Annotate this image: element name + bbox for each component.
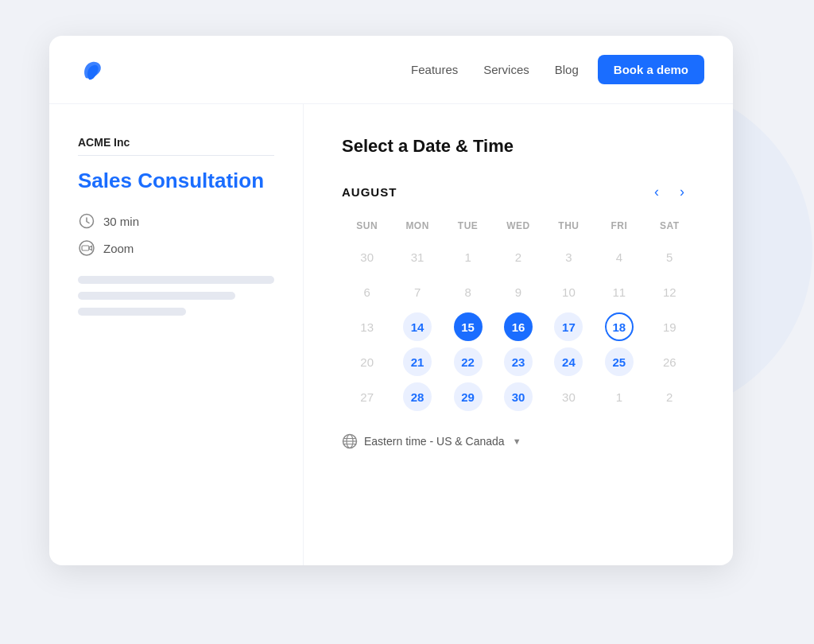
day-7-inactive: 7 [403,277,432,306]
cal-header-tue: TUE [443,220,493,239]
cal-cell: 19 [645,309,695,344]
cal-header-thu: THU [544,220,594,239]
cal-cell: 14 [392,309,442,344]
cal-cell: 2 [493,239,543,274]
skeleton-line-3 [78,308,186,316]
day-22-available[interactable]: 22 [454,347,483,376]
day-31-other-month: 31 [403,242,432,271]
cal-cell: 30 [342,239,392,274]
cal-cell: 6 [342,274,392,309]
cal-cell: 7 [392,274,442,309]
cal-cell: 9 [493,274,543,309]
prev-month-button[interactable]: ‹ [644,179,669,204]
day-2-inactive: 2 [504,242,533,271]
duration-row: 30 min [78,212,274,230]
timezone-dropdown-arrow: ▼ [513,436,521,446]
cal-cell: 20 [342,344,392,379]
day-18-selected-outline[interactable]: 18 [605,312,634,341]
cal-cell: 31 [392,239,442,274]
day-5-inactive: 5 [655,242,684,271]
day-23-available[interactable]: 23 [504,347,533,376]
day-24-available[interactable]: 24 [554,347,583,376]
timezone-label: Eastern time - US & Canada [364,435,505,448]
cal-cell: 23 [493,344,543,379]
day-20-inactive: 20 [353,347,382,376]
company-name: ACME Inc [78,136,274,149]
cal-cell: 11 [594,274,644,309]
next-month-button[interactable]: › [669,179,695,204]
cal-header-sat: SAT [645,220,695,239]
cal-cell: 1 [594,379,644,414]
day-15-selected-solid[interactable]: 15 [454,312,483,341]
left-panel: ACME Inc Sales Consultation 30 min [49,104,304,565]
cal-cell: 15 [443,309,493,344]
day-29-available[interactable]: 29 [454,382,483,411]
cal-week-2: 13141516171819 [342,309,695,344]
day-26-inactive: 26 [655,347,684,376]
cal-cell: 17 [544,309,594,344]
day-11-inactive: 11 [605,277,634,306]
day-28-available[interactable]: 28 [403,382,432,411]
cal-cell: 2 [645,379,695,414]
nav-services[interactable]: Services [483,63,529,76]
zoom-icon [78,239,95,257]
cal-week-4: 272829303012 [342,379,695,414]
day-8-inactive: 8 [454,277,483,306]
day-17-available[interactable]: 17 [554,312,583,341]
day-1-other-month: 1 [605,382,634,411]
cal-cell: 25 [594,344,644,379]
divider [78,155,274,156]
calendar-header: AUGUST ‹ › [342,179,695,204]
day-4-inactive: 4 [605,242,634,271]
content-area: ACME Inc Sales Consultation 30 min [49,104,733,565]
platform-row: Zoom [78,239,274,257]
svg-rect-2 [82,246,89,250]
event-title: Sales Consultation [78,169,274,193]
cal-cell: 29 [443,379,493,414]
cal-cell: 12 [645,274,695,309]
day-9-inactive: 9 [504,277,533,306]
cal-header-wed: WED [493,220,543,239]
book-demo-button[interactable]: Book a demo [598,55,704,84]
day-10-inactive: 10 [554,277,583,306]
cal-cell: 4 [594,239,644,274]
cal-header-sun: SUN [342,220,392,239]
cal-cell: 3 [544,239,594,274]
day-30-available[interactable]: 30 [504,382,533,411]
day-21-available[interactable]: 21 [403,347,432,376]
day-30-inactive: 30 [554,382,583,411]
day-14-available[interactable]: 14 [403,312,432,341]
nav-links: Features Services Blog [411,63,579,76]
nav-features[interactable]: Features [411,63,458,76]
day-25-available[interactable]: 25 [605,347,634,376]
cal-week-1: 6789101112 [342,274,695,309]
timezone-row[interactable]: Eastern time - US & Canada ▼ [342,433,695,449]
nav-blog[interactable]: Blog [555,63,579,76]
navbar: Features Services Blog Book a demo [49,36,733,104]
day-12-inactive: 12 [655,277,684,306]
cal-cell: 13 [342,309,392,344]
duration-label: 30 min [103,215,139,228]
cal-cell: 10 [544,274,594,309]
cal-cell: 30 [544,379,594,414]
day-1-inactive: 1 [454,242,483,271]
month-label: AUGUST [342,185,644,199]
main-card: Features Services Blog Book a demo ACME … [49,36,733,565]
cal-cell: 5 [645,239,695,274]
day-19-inactive: 19 [655,312,684,341]
cal-cell: 16 [493,309,543,344]
cal-cell: 1 [443,239,493,274]
skeleton-lines [78,276,274,316]
cal-cell: 8 [443,274,493,309]
day-27-inactive: 27 [353,382,382,411]
day-6-inactive: 6 [353,277,382,306]
right-panel: Select a Date & Time AUGUST ‹ › SUNMONTU… [304,104,733,565]
panel-title: Select a Date & Time [342,136,695,157]
cal-cell: 30 [493,379,543,414]
calendar-grid: SUNMONTUEWEDTHUFRISAT 303112345678910111… [342,220,695,414]
clock-icon [78,212,95,230]
day-2-other-month: 2 [655,382,684,411]
skeleton-line-1 [78,276,274,284]
cal-header-fri: FRI [594,220,644,239]
day-16-selected-solid[interactable]: 16 [504,312,533,341]
